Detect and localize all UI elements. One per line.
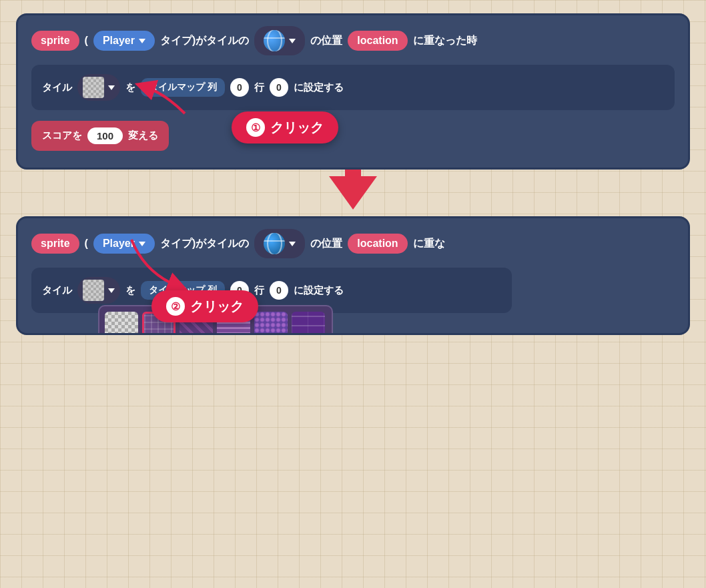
pos-text-2: の位置 bbox=[310, 237, 342, 251]
arrow-container bbox=[329, 170, 377, 216]
player-label: Player bbox=[103, 35, 135, 47]
globe-block[interactable] bbox=[254, 26, 305, 55]
sprite-block-2: sprite bbox=[31, 234, 79, 254]
end-text: に重なった時 bbox=[413, 34, 477, 48]
location-block: location bbox=[348, 31, 407, 51]
set-text-2: に設定する bbox=[294, 284, 344, 297]
globe-icon bbox=[264, 30, 285, 51]
tile-selector-top[interactable] bbox=[77, 74, 120, 101]
type-text: タイプ)がタイルの bbox=[160, 34, 249, 48]
score-label: スコアを bbox=[42, 129, 82, 142]
bottom-panel: sprite ( Player タイプ)がタイルの の位置 location に… bbox=[16, 216, 690, 335]
row-label: 行 bbox=[254, 81, 264, 94]
score-row: スコアを 100 変える bbox=[31, 121, 169, 151]
tile-label: タイル bbox=[42, 81, 72, 94]
top-header-row: sprite ( Player タイプ)がタイルの の位置 location に… bbox=[31, 26, 675, 55]
click-annotation-1: ① クリック bbox=[232, 111, 338, 143]
change-label: 変える bbox=[128, 129, 158, 142]
globe-block-2[interactable] bbox=[254, 229, 305, 258]
row-value[interactable]: 0 bbox=[270, 78, 288, 97]
globe-dropdown-arrow bbox=[289, 39, 296, 43]
annotation-text-1: クリック bbox=[270, 119, 324, 137]
row-value-2[interactable]: 0 bbox=[270, 281, 288, 300]
curved-arrow-bottom bbox=[91, 233, 225, 300]
curved-arrow-top bbox=[125, 80, 205, 120]
tile-thumb-top bbox=[83, 77, 104, 98]
globe-icon-2 bbox=[264, 233, 285, 254]
down-arrow bbox=[329, 176, 377, 210]
paren-open-2: ( bbox=[85, 238, 88, 250]
score-value[interactable]: 100 bbox=[87, 127, 123, 144]
tile-dropdown-arrow-top bbox=[108, 85, 115, 90]
pos-text: の位置 bbox=[310, 34, 342, 48]
top-panel: sprite ( Player タイプ)がタイルの の位置 location に… bbox=[16, 13, 690, 170]
paren-open: ( bbox=[85, 35, 88, 47]
sprite-block: sprite bbox=[31, 31, 79, 51]
player-dropdown-arrow bbox=[139, 39, 145, 43]
tile-item-blank[interactable] bbox=[105, 312, 138, 335]
tile-item-6[interactable] bbox=[292, 312, 325, 335]
annotation-num-2: ② bbox=[166, 297, 185, 316]
location-block-2: location bbox=[348, 234, 407, 254]
col-value[interactable]: 0 bbox=[230, 78, 249, 97]
end-text-2: に重な bbox=[413, 237, 445, 251]
tile-label-2: タイル bbox=[42, 284, 72, 297]
player-block[interactable]: Player bbox=[93, 31, 155, 51]
row-label-2: 行 bbox=[254, 284, 264, 297]
globe-dropdown-arrow-2 bbox=[289, 242, 296, 246]
annotation-text-2: クリック bbox=[190, 298, 244, 316]
set-text: に設定する bbox=[294, 81, 344, 94]
click-annotation-2: ② クリック bbox=[151, 290, 258, 322]
tile-item-5[interactable] bbox=[254, 312, 288, 335]
annotation-num-1: ① bbox=[246, 118, 265, 137]
